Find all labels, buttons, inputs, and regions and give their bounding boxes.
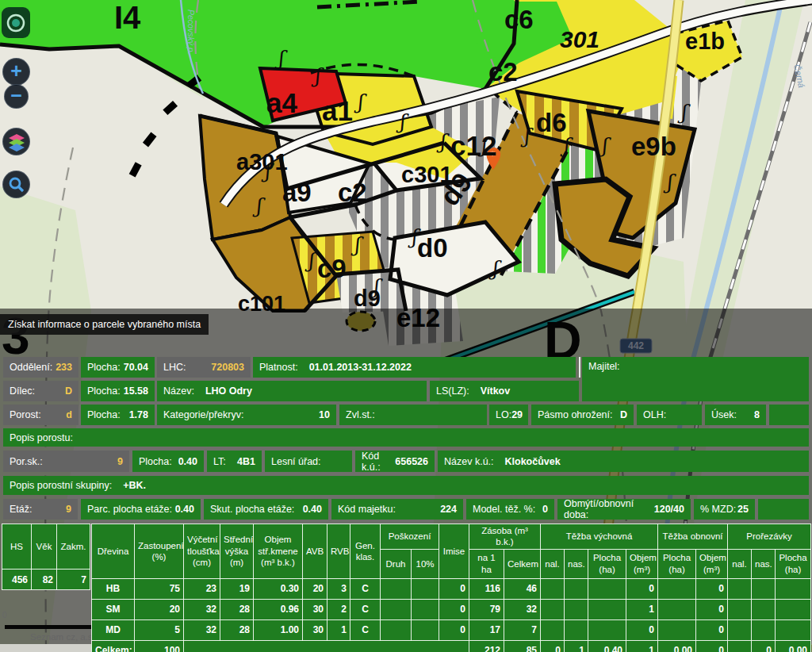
- table-cell: [565, 619, 588, 640]
- table-cell: [412, 578, 439, 599]
- col-gen-klas: Gen. klas.: [350, 524, 381, 579]
- table-cell: 75: [135, 578, 184, 599]
- col-vek: Věk: [32, 524, 57, 570]
- col-objem-obn: Objem (m³): [696, 549, 728, 578]
- table-cell: 82: [32, 570, 57, 590]
- table-cell: 0: [696, 599, 728, 619]
- table-cell: 46: [504, 578, 541, 599]
- table-cell: 0: [752, 640, 776, 652]
- table-cell: [381, 599, 412, 619]
- table-cell: 0: [696, 619, 728, 640]
- table-cell: 0.96: [254, 599, 303, 619]
- layers-button[interactable]: [2, 128, 30, 155]
- search-button[interactable]: [2, 171, 30, 198]
- col-nas-pror: nas.: [752, 549, 776, 578]
- svg-text:e1b: e1b: [685, 29, 725, 54]
- table-cell: 23: [184, 578, 220, 599]
- table-cell: 3: [327, 578, 350, 599]
- table-cell: [541, 578, 565, 599]
- table-cell: [728, 578, 752, 599]
- table-cell: 100: [135, 640, 184, 652]
- table-cell: 2: [327, 599, 350, 619]
- table-cell: 28: [220, 599, 254, 619]
- table-row: 456 82 7: [2, 570, 90, 590]
- col-zakm: Zakm.: [57, 524, 90, 570]
- table-cell: 19: [220, 578, 254, 599]
- svg-text:c2: c2: [338, 178, 367, 207]
- col-plocha-vych: Plocha (ha): [588, 549, 626, 578]
- col-druh: Druh: [381, 549, 412, 578]
- table-cell: [658, 599, 696, 619]
- group-zasoba: Zásoba (m³ b.k.): [469, 524, 541, 550]
- table-cell: 0: [626, 578, 658, 599]
- table-cell: [728, 619, 752, 640]
- table-cell: Celkem:: [92, 640, 135, 652]
- table-cell: 0: [439, 599, 469, 619]
- table-cell: [752, 619, 776, 640]
- table-cell: [184, 640, 469, 652]
- table-cell: [381, 578, 412, 599]
- table-cell: 0: [439, 619, 469, 640]
- search-icon: [8, 176, 25, 194]
- col-objem-vych: Objem (m³): [626, 549, 658, 578]
- table-cell: C: [350, 599, 381, 619]
- table-cell: 116: [469, 578, 504, 599]
- table-cell: [541, 619, 565, 640]
- zoom-out-button[interactable]: −: [4, 84, 29, 109]
- table-cell: 30: [303, 599, 327, 619]
- svg-text:c12: c12: [450, 130, 496, 161]
- table-cell: [541, 599, 565, 619]
- table-cell: [752, 578, 776, 599]
- table-cell: 1: [626, 599, 658, 619]
- table-cell: SM: [92, 599, 135, 619]
- svg-text:d6: d6: [536, 108, 567, 137]
- col-nal-pror: nal.: [728, 549, 752, 578]
- table-cell: [588, 578, 626, 599]
- group-poskozeni: Poškození: [381, 524, 439, 550]
- app-screen: ✳ I4c6c2301e1ba4a1d6c12e9ba301c301a9c2d9…: [0, 0, 812, 652]
- col-rvb: RVB: [327, 524, 350, 579]
- table-cell: [588, 619, 626, 640]
- table-cell: 20: [303, 578, 327, 599]
- col-avb: AVB: [303, 524, 327, 579]
- svg-text:c9: c9: [317, 254, 347, 283]
- svg-text:301: 301: [560, 26, 599, 52]
- table-cell: [728, 599, 752, 619]
- table-cell: 0: [696, 578, 728, 599]
- col-hs: HS: [2, 524, 32, 570]
- table-cell: 28: [220, 619, 254, 640]
- table-cell: 0: [696, 640, 728, 652]
- target-icon: [6, 13, 26, 33]
- svg-text:e9b: e9b: [631, 132, 676, 161]
- col-stredni-vyska: Střední výška (m): [220, 524, 254, 579]
- layers-icon: [7, 132, 26, 151]
- table-cell: [588, 599, 626, 619]
- svg-text:I4: I4: [114, 0, 141, 35]
- table-cell: 1.00: [254, 619, 303, 640]
- svg-text:a9: a9: [282, 178, 312, 207]
- svg-text:c6: c6: [504, 5, 534, 34]
- table-cell: 0.00: [776, 640, 811, 652]
- col-objem-kmene: Objem stř.kmene (m³ b.k.): [254, 524, 303, 579]
- table-row: MD532281.00301C017700: [92, 619, 811, 640]
- locate-button[interactable]: [2, 7, 30, 38]
- col-vycetni-tloustka: Výčetní tloušťka (cm): [184, 524, 220, 579]
- svg-text:a301: a301: [236, 149, 288, 175]
- table-cell: 0.40: [588, 640, 626, 652]
- col-na1ha: na 1 ha: [469, 549, 504, 578]
- col-celkem: Celkem: [504, 549, 541, 578]
- table-cell: 0.30: [254, 578, 303, 599]
- col-nal-vych: nal.: [541, 549, 565, 578]
- col-zastoupeni: Zastoupení (%): [135, 524, 184, 579]
- table-cell: [658, 619, 696, 640]
- zoom-in-button[interactable]: +: [2, 58, 30, 86]
- table-cell: 7: [504, 619, 541, 640]
- col-plocha-pror: Plocha (ha): [776, 549, 811, 578]
- table-cell: 5: [135, 619, 184, 640]
- table-cell: [776, 619, 811, 640]
- svg-text:Pecovský p.: Pecovský p.: [186, 10, 196, 55]
- table-cell: [412, 619, 439, 640]
- species-table: Dřevina Zastoupení (%) Výčetní tloušťka …: [91, 524, 811, 652]
- table-cell: 30: [303, 619, 327, 640]
- svg-text:a4: a4: [266, 87, 297, 118]
